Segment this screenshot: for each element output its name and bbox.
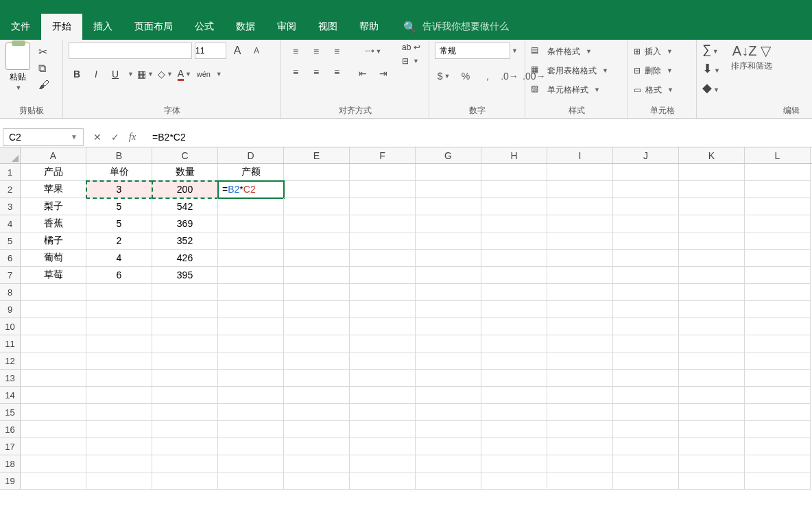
cell[interactable]	[284, 284, 350, 301]
column-header[interactable]: J	[613, 147, 679, 163]
cell[interactable]	[613, 352, 679, 370]
cell[interactable]: 6	[86, 267, 152, 284]
cell[interactable]	[21, 472, 86, 490]
cell[interactable]	[284, 164, 350, 181]
cell[interactable]	[481, 438, 547, 455]
conditional-format-button[interactable]: ▤ 条件格式▼	[531, 43, 592, 60]
cell[interactable]	[745, 455, 811, 472]
cell[interactable]	[350, 250, 416, 267]
select-all-corner[interactable]	[0, 147, 21, 163]
cell[interactable]	[218, 215, 284, 232]
cell[interactable]	[416, 164, 481, 181]
cell[interactable]	[481, 404, 547, 421]
cell[interactable]	[481, 284, 547, 301]
comma-icon[interactable]: ,	[479, 67, 497, 85]
cell[interactable]	[416, 318, 481, 335]
cell[interactable]	[218, 404, 284, 421]
column-header[interactable]: C	[152, 147, 218, 163]
cell[interactable]	[481, 164, 547, 181]
cell[interactable]	[218, 472, 284, 490]
cell[interactable]	[481, 181, 547, 198]
column-header[interactable]: G	[416, 147, 481, 163]
row-header[interactable]: 6	[0, 250, 21, 267]
cut-icon[interactable]: ✂	[38, 45, 49, 58]
cell[interactable]	[21, 421, 86, 438]
cell[interactable]	[613, 181, 679, 198]
cell[interactable]	[613, 438, 679, 455]
cell[interactable]	[152, 370, 218, 387]
cell[interactable]: 352	[152, 232, 218, 250]
row-header[interactable]: 1	[0, 164, 21, 181]
phonetic-icon[interactable]: wén	[195, 66, 212, 82]
name-box[interactable]: C2 ▼	[3, 128, 84, 146]
decrease-indent-icon[interactable]: ⇤	[354, 64, 372, 82]
autosum-icon[interactable]: ∑▼	[702, 43, 720, 57]
cell[interactable]: 橘子	[21, 232, 86, 250]
cell[interactable]	[679, 438, 745, 455]
cell[interactable]	[350, 421, 416, 438]
cell[interactable]	[21, 455, 86, 472]
cell[interactable]: 苹果	[21, 181, 86, 198]
align-top-icon[interactable]: ≡	[287, 43, 304, 60]
cell[interactable]	[416, 370, 481, 387]
format-painter-icon[interactable]: 🖌	[38, 79, 49, 91]
underline-button[interactable]: U	[107, 66, 123, 82]
cell[interactable]	[350, 472, 416, 490]
cell[interactable]: 数量	[152, 164, 218, 181]
cell[interactable]	[481, 387, 547, 404]
row-header[interactable]: 16	[0, 421, 21, 438]
cell[interactable]	[481, 318, 547, 335]
cell[interactable]	[547, 164, 613, 181]
cell[interactable]	[613, 455, 679, 472]
cell[interactable]	[350, 198, 416, 215]
cell[interactable]	[547, 267, 613, 284]
cell[interactable]	[679, 318, 745, 335]
cell[interactable]	[86, 352, 152, 370]
cell[interactable]	[547, 198, 613, 215]
cell[interactable]	[152, 352, 218, 370]
cell[interactable]: 200	[152, 181, 218, 198]
cell[interactable]	[350, 181, 416, 198]
cell[interactable]	[547, 404, 613, 421]
cell[interactable]	[152, 472, 218, 490]
cell[interactable]	[152, 335, 218, 352]
cell[interactable]: 2	[86, 232, 152, 250]
cell[interactable]	[416, 404, 481, 421]
cell[interactable]	[481, 250, 547, 267]
cell[interactable]	[284, 318, 350, 335]
cell[interactable]	[613, 421, 679, 438]
cell[interactable]	[679, 215, 745, 232]
format-cells-button[interactable]: ▭ 格式▼	[634, 81, 673, 99]
tab-file[interactable]: 文件	[0, 14, 41, 40]
cell[interactable]: 395	[152, 267, 218, 284]
column-header[interactable]: L	[745, 147, 811, 163]
orientation-icon[interactable]: ⭬▼	[354, 43, 392, 60]
cell[interactable]	[350, 267, 416, 284]
column-header[interactable]: B	[86, 147, 152, 163]
tab-home[interactable]: 开始	[41, 14, 82, 40]
cell[interactable]	[547, 215, 613, 232]
currency-icon[interactable]: $▼	[435, 67, 453, 85]
tab-page-layout[interactable]: 页面布局	[123, 14, 184, 40]
cell[interactable]	[284, 198, 350, 215]
cell[interactable]	[547, 472, 613, 490]
cell[interactable]	[218, 318, 284, 335]
cell[interactable]	[481, 267, 547, 284]
column-header[interactable]: H	[481, 147, 547, 163]
cell[interactable]: 5	[86, 215, 152, 232]
font-name-select[interactable]	[69, 43, 192, 59]
cell[interactable]	[416, 335, 481, 352]
cell[interactable]	[86, 455, 152, 472]
cell[interactable]	[416, 198, 481, 215]
cell[interactable]	[613, 215, 679, 232]
column-header[interactable]: A	[21, 147, 86, 163]
clear-icon[interactable]: ◆▼	[702, 80, 720, 95]
cell[interactable]	[284, 387, 350, 404]
cell[interactable]	[152, 438, 218, 455]
cell[interactable]	[21, 284, 86, 301]
cell[interactable]	[745, 370, 811, 387]
cell[interactable]	[218, 267, 284, 284]
cell[interactable]	[613, 198, 679, 215]
copy-icon[interactable]: ⧉	[38, 62, 49, 75]
cell[interactable]	[613, 318, 679, 335]
